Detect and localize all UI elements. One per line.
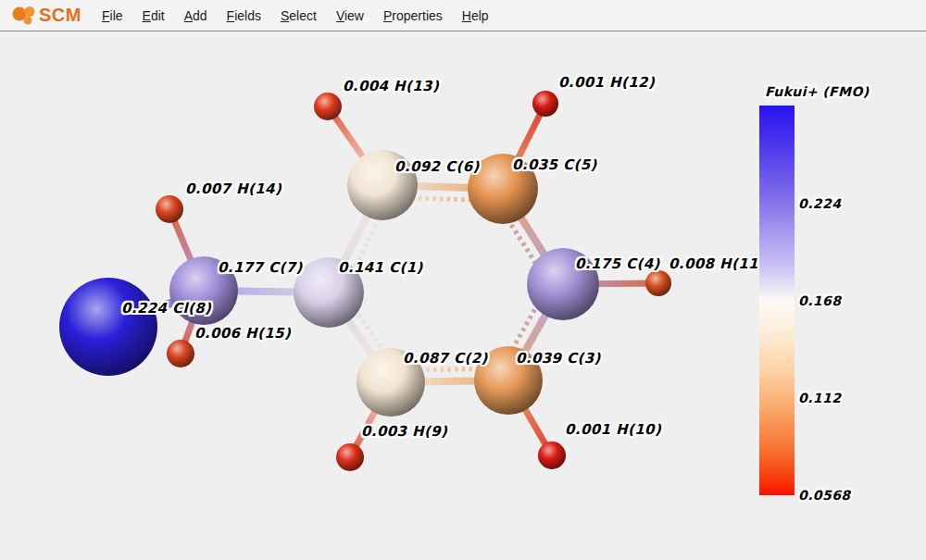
atom-sphere-C5[interactable] xyxy=(468,154,538,224)
menu-bar: SCM File Edit Add Fields Select View Pro… xyxy=(0,0,926,31)
atom-sphere-H10[interactable] xyxy=(538,442,566,469)
atom-sphere-C6[interactable] xyxy=(347,150,418,220)
application-window: SCM File Edit Add Fields Select View Pro… xyxy=(0,0,926,560)
menu-fields[interactable]: Fields xyxy=(227,8,261,23)
menu-view[interactable]: View xyxy=(336,8,364,23)
atom-sphere-H11[interactable] xyxy=(645,270,671,296)
atom-sphere-H14[interactable] xyxy=(156,195,183,223)
molecule-canvas[interactable] xyxy=(0,0,926,560)
menu-edit[interactable]: Edit xyxy=(143,8,165,23)
scm-logo: SCM xyxy=(12,5,81,27)
menu-help[interactable]: Help xyxy=(462,8,489,23)
menu-select[interactable]: Select xyxy=(281,8,317,23)
scm-logo-text: SCM xyxy=(39,5,81,26)
atom-sphere-H12[interactable] xyxy=(532,91,558,117)
menu-properties[interactable]: Properties xyxy=(383,8,443,23)
atom-sphere-C3[interactable] xyxy=(474,346,543,415)
atom-sphere-H9[interactable] xyxy=(336,443,364,471)
scm-logo-icon xyxy=(12,5,37,27)
atom-sphere-C7[interactable] xyxy=(169,256,238,325)
atom-sphere-C4[interactable] xyxy=(527,248,599,320)
atom-sphere-H15[interactable] xyxy=(167,340,194,367)
menu-add[interactable]: Add xyxy=(184,8,207,23)
atom-sphere-C1[interactable] xyxy=(294,257,364,328)
atom-sphere-H13[interactable] xyxy=(314,93,342,120)
atom-sphere-Cl8[interactable] xyxy=(59,278,157,376)
atom-sphere-C2[interactable] xyxy=(357,348,425,417)
menu-file[interactable]: File xyxy=(102,8,123,23)
